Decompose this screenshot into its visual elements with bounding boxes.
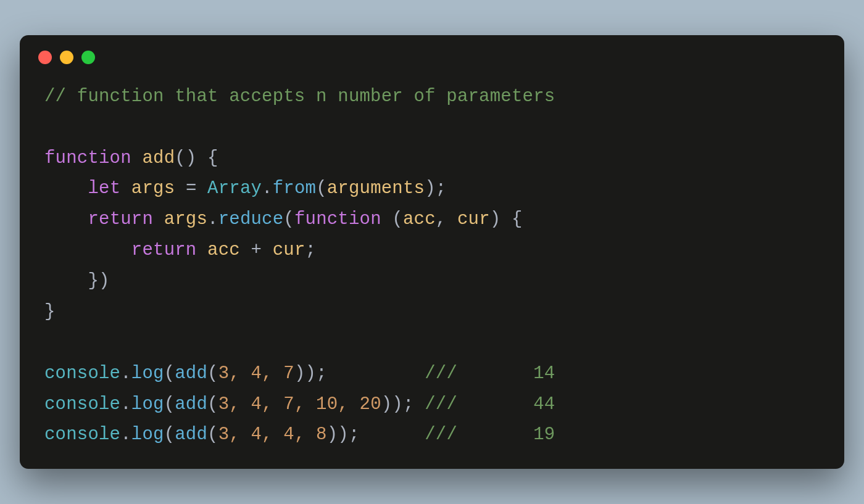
equals: = — [186, 178, 197, 199]
paren-close: ) — [327, 424, 338, 445]
object-console: console — [44, 394, 120, 415]
semicolon: ; — [305, 240, 317, 260]
number-args: 3, 4, 7 — [218, 363, 294, 384]
number-args: 3, 4, 7, 10, 20 — [218, 394, 381, 415]
class-array: Array — [207, 178, 262, 199]
semicolon: ; — [316, 363, 327, 384]
call-add: add — [175, 424, 207, 445]
method-log: log — [131, 394, 164, 415]
paren-open: ( — [175, 148, 186, 168]
pad — [360, 424, 425, 445]
object-console: console — [44, 424, 120, 445]
identifier-arguments: arguments — [327, 178, 425, 199]
code-comment: // function that accepts n number of par… — [44, 86, 555, 107]
identifier-acc: acc — [207, 240, 240, 260]
stage: // function that accepts n number of par… — [0, 0, 864, 504]
gap — [457, 394, 533, 415]
call-add: add — [175, 394, 207, 415]
paren-close: ) — [294, 363, 305, 384]
semicolon: ; — [349, 424, 360, 445]
output-slash: /// — [425, 424, 457, 445]
paren-close: ) — [99, 271, 110, 291]
paren-open: ( — [207, 394, 218, 415]
method-from: from — [273, 178, 316, 199]
object-console: console — [44, 363, 120, 384]
dot: . — [207, 209, 218, 229]
identifier-cur: cur — [457, 209, 490, 229]
plus: + — [251, 240, 262, 260]
brace-open: { — [512, 209, 523, 229]
paren-close: ) — [425, 178, 436, 199]
gap — [457, 424, 533, 445]
paren-open: ( — [207, 363, 218, 384]
keyword-function: function — [44, 148, 131, 168]
paren-close: ) — [338, 424, 349, 445]
output-value: 44 — [533, 394, 555, 415]
identifier-args: args — [164, 209, 207, 229]
close-icon[interactable] — [38, 51, 52, 64]
paren-open: ( — [283, 209, 294, 229]
window-titlebar — [20, 51, 844, 75]
pad — [327, 363, 425, 384]
identifier-args: args — [131, 178, 175, 199]
method-reduce: reduce — [218, 209, 284, 229]
paren-close: ) — [186, 148, 197, 168]
number-args: 3, 4, 4, 8 — [218, 424, 327, 445]
function-name-add: add — [142, 148, 175, 168]
identifier-cur: cur — [273, 240, 305, 260]
keyword-return: return — [88, 209, 153, 229]
comma: , — [436, 209, 447, 229]
zoom-icon[interactable] — [81, 51, 95, 64]
output-slash: /// — [425, 363, 457, 384]
paren-open: ( — [207, 424, 218, 445]
semicolon: ; — [436, 178, 447, 199]
identifier-acc: acc — [403, 209, 436, 229]
paren-close: ) — [490, 209, 501, 229]
method-log: log — [131, 424, 164, 445]
keyword-return: return — [131, 240, 197, 260]
paren-close: ) — [392, 394, 403, 415]
brace-close: } — [44, 302, 56, 322]
gap — [457, 363, 533, 384]
semicolon: ; — [403, 394, 414, 415]
output-slash: /// — [425, 394, 457, 415]
method-log: log — [131, 363, 164, 384]
call-add: add — [175, 363, 207, 384]
paren-open: ( — [164, 394, 175, 415]
dot: . — [262, 178, 273, 199]
keyword-function: function — [294, 209, 381, 229]
keyword-let: let — [88, 178, 120, 199]
paren-open: ( — [392, 209, 403, 229]
code-window: // function that accepts n number of par… — [20, 35, 844, 469]
output-value: 19 — [533, 424, 555, 445]
paren-open: ( — [164, 363, 175, 384]
dot: . — [120, 424, 131, 445]
dot: . — [120, 363, 131, 384]
code-block: // function that accepts n number of par… — [20, 75, 844, 451]
pad — [414, 394, 425, 415]
brace-open: { — [207, 148, 218, 168]
paren-close: ) — [305, 363, 317, 384]
paren-open: ( — [316, 178, 327, 199]
dot: . — [120, 394, 131, 415]
paren-close: ) — [381, 394, 393, 415]
brace-close: } — [88, 271, 99, 291]
minimize-icon[interactable] — [60, 51, 73, 64]
paren-open: ( — [164, 424, 175, 445]
output-value: 14 — [533, 363, 555, 384]
